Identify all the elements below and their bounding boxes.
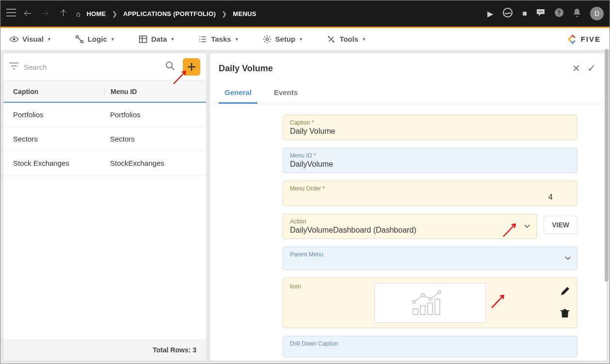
tab-general[interactable]: General — [219, 83, 257, 104]
header-caption[interactable]: Caption — [13, 88, 110, 95]
icon-preview — [374, 283, 486, 323]
brand-logo: FIVE — [566, 33, 601, 46]
nav-arrows: 🡠 🡢 — [21, 6, 52, 21]
svg-point-21 — [438, 291, 441, 294]
search-input[interactable] — [24, 63, 158, 71]
forward-icon: 🡢 — [38, 6, 52, 21]
svg-point-19 — [421, 294, 424, 297]
bell-icon[interactable] — [573, 8, 581, 19]
svg-point-0 — [503, 8, 512, 17]
deploy-icon[interactable] — [502, 7, 514, 20]
home-icon[interactable]: ⌂ — [76, 10, 80, 18]
caption-field[interactable]: Caption * Daily Volume — [283, 115, 578, 140]
chat-icon[interactable] — [536, 8, 546, 19]
table-row[interactable]: Sectors Sectors — [3, 127, 206, 151]
header-menuid[interactable]: Menu ID — [104, 88, 196, 95]
topbar: 🡠 🡢 🡡 ⌂ HOME ❯ APPLICATIONS (PORTFOLIO) … — [0, 0, 610, 27]
svg-rect-17 — [435, 299, 440, 315]
avatar[interactable]: D — [590, 7, 604, 20]
chart-icon — [408, 288, 452, 317]
caret-down-icon: ▼ — [299, 37, 303, 42]
icon-actions — [560, 283, 570, 320]
right-panel: Daily Volume ✕ ✓ General Events Caption … — [210, 53, 607, 361]
svg-rect-14 — [413, 309, 418, 315]
table-row[interactable]: Portfolios Portfolios — [3, 103, 206, 127]
up-icon[interactable]: 🡡 — [57, 6, 70, 21]
menu-visual[interactable]: Visual▼ — [9, 34, 51, 44]
svg-point-2 — [540, 11, 541, 12]
parentmenu-field[interactable]: Parent Menu — [283, 247, 578, 270]
hamburger-icon[interactable] — [6, 9, 16, 18]
menubar: Visual▼ Logic▼ Data▼ Tasks▼ Setup▼ Tools… — [0, 28, 610, 50]
save-check-icon[interactable]: ✓ — [585, 60, 598, 77]
svg-point-12 — [333, 41, 334, 42]
table-header: Caption Menu ID — [3, 80, 206, 103]
action-field[interactable]: Action DailyVolumeDashboard (Dashboard) — [283, 214, 537, 239]
chevron-down-icon[interactable] — [564, 254, 571, 263]
view-button[interactable]: VIEW — [544, 216, 578, 234]
table-row[interactable]: Stock Exchanges StockExchanges — [3, 151, 206, 175]
caret-down-icon: ▼ — [111, 37, 115, 42]
search-row — [3, 53, 206, 80]
edit-icon[interactable] — [560, 286, 570, 299]
caret-down-icon: ▼ — [235, 37, 239, 42]
svg-point-13 — [166, 62, 172, 68]
svg-point-11 — [328, 36, 329, 37]
filter-icon[interactable] — [9, 62, 19, 72]
svg-rect-16 — [428, 303, 433, 315]
search-icon[interactable] — [162, 58, 178, 76]
menu-tasks[interactable]: Tasks▼ — [198, 34, 239, 44]
caret-down-icon: ▼ — [170, 37, 175, 42]
tabs: General Events — [210, 80, 607, 104]
help-icon[interactable]: ? — [554, 8, 564, 19]
svg-point-3 — [542, 11, 543, 12]
svg-rect-9 — [139, 36, 146, 42]
page-title: Daily Volume — [219, 63, 273, 74]
chevron-right-icon: ❯ — [222, 10, 227, 17]
menu-setup[interactable]: Setup▼ — [262, 34, 304, 44]
svg-point-1 — [539, 11, 540, 12]
menuorder-field[interactable]: Menu Order * 4 — [283, 181, 578, 206]
form-area: Caption * Daily Volume Menu ID * DailyVo… — [210, 104, 607, 361]
chevron-down-icon[interactable] — [524, 222, 530, 231]
tab-events[interactable]: Events — [268, 83, 304, 104]
detail-header: Daily Volume ✕ ✓ — [210, 53, 607, 80]
drilldown-field[interactable]: Drill Down Caption — [283, 336, 578, 357]
close-icon[interactable]: ✕ — [567, 61, 585, 76]
caret-down-icon: ▼ — [362, 37, 366, 42]
add-button[interactable] — [183, 58, 200, 76]
caret-down-icon: ▼ — [47, 37, 51, 42]
menuid-field[interactable]: Menu ID * DailyVolume — [283, 148, 578, 173]
scrollbar[interactable] — [605, 49, 609, 282]
stop-icon[interactable]: ■ — [522, 9, 527, 18]
svg-point-18 — [413, 301, 416, 303]
chevron-right-icon: ❯ — [112, 10, 117, 17]
back-icon[interactable]: 🡠 — [21, 6, 34, 21]
menu-data[interactable]: Data▼ — [138, 34, 175, 44]
left-panel: Caption Menu ID Portfolios Portfolios Se… — [3, 53, 206, 361]
icon-field: Icon — [283, 278, 578, 328]
breadcrumb-menus[interactable]: MENUS — [233, 10, 256, 17]
main: Caption Menu ID Portfolios Portfolios Se… — [0, 50, 610, 364]
topbar-right: ▶ ■ ? D — [487, 7, 604, 20]
svg-point-20 — [429, 298, 432, 301]
svg-rect-15 — [420, 306, 425, 315]
play-icon[interactable]: ▶ — [487, 9, 493, 18]
svg-point-10 — [266, 38, 268, 40]
svg-text:?: ? — [557, 9, 561, 16]
menu-tools[interactable]: Tools▼ — [326, 34, 366, 44]
table-footer: Total Rows: 3 — [3, 339, 206, 361]
breadcrumb: ⌂ HOME ❯ APPLICATIONS (PORTFOLIO) ❯ MENU… — [76, 10, 257, 18]
svg-point-6 — [13, 38, 16, 40]
breadcrumb-home[interactable]: HOME — [86, 10, 106, 17]
menu-logic[interactable]: Logic▼ — [75, 34, 115, 44]
trash-icon[interactable] — [561, 308, 569, 320]
breadcrumb-apps[interactable]: APPLICATIONS (PORTFOLIO) — [123, 10, 216, 17]
